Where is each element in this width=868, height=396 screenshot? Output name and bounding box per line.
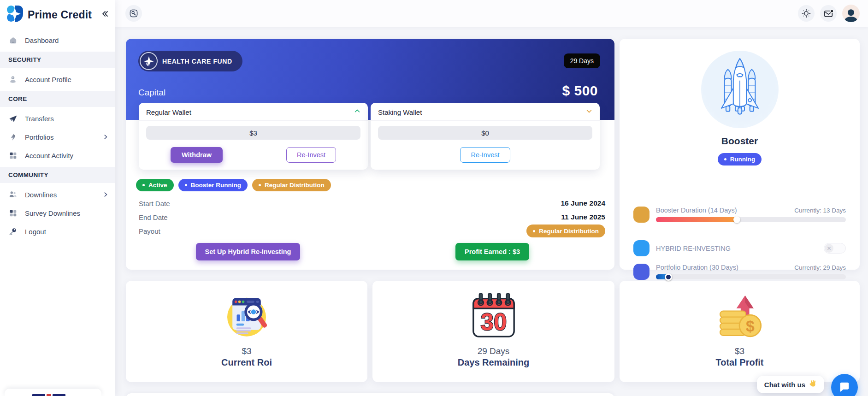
booster-avatar-icon — [633, 207, 650, 223]
status-badge-regular-distribution: Regular Distribution — [252, 179, 331, 191]
svg-text:30: 30 — [480, 309, 507, 335]
running-badge: Running — [718, 153, 762, 165]
fund-card: HEALTH CARE FUND 29 Days Capital $ 500 R… — [126, 39, 614, 270]
sidebar-item-portfolios[interactable]: Portfolios — [0, 129, 115, 145]
sidebar-item-dashboard[interactable]: Dashboard — [0, 32, 115, 48]
info-label: Start Date — [139, 200, 170, 207]
toggle-knob-icon: ✕ — [825, 244, 833, 253]
user-avatar[interactable] — [842, 5, 860, 22]
chevron-right-icon — [102, 191, 109, 198]
sidebar-item-transfers[interactable]: Transfers — [0, 111, 115, 126]
profit-icon: $ — [714, 288, 766, 343]
dot-icon — [259, 184, 261, 186]
users-icon — [8, 190, 18, 199]
booster-panel: Booster Running Booster Duration (14 Day… — [620, 39, 860, 270]
reinvest-button[interactable]: Re-Invest — [460, 147, 510, 163]
sidebar-item-label: Account Profile — [25, 76, 71, 83]
portfolio-progress-fill — [656, 274, 669, 279]
fund-name-pill: HEALTH CARE FUND — [138, 51, 242, 71]
regular-wallet-toggle[interactable]: Regular Wallet — [139, 103, 368, 121]
booster-duration-row: Booster Duration (14 Days) Currently: 13… — [633, 207, 846, 223]
bolt-icon — [8, 132, 18, 142]
sidebar: Prime Credit Dashboard SECURITY Account … — [0, 0, 115, 396]
grid-icon — [8, 151, 18, 160]
reinvest-button[interactable]: Re-Invest — [286, 147, 336, 163]
hybrid-toggle[interactable]: ✕ — [824, 243, 846, 254]
send-icon — [8, 114, 18, 123]
dot-icon — [142, 184, 145, 186]
wallet-amount: $3 — [146, 126, 360, 140]
sidebar-item-label: Logout — [25, 228, 46, 236]
key-square-button[interactable] — [125, 5, 142, 22]
row-status: Currently: 13 Days — [794, 207, 846, 214]
capital-value: $ 500 — [562, 83, 598, 99]
stat-value: $3 — [242, 346, 251, 356]
chevron-down-icon — [586, 108, 592, 116]
sidebar-item-account-profile[interactable]: Account Profile — [0, 71, 115, 87]
topbar — [115, 0, 868, 27]
dot-icon — [724, 158, 726, 160]
row-status: Currently: 29 Days — [794, 264, 846, 271]
brand: Prime Credit — [0, 0, 115, 30]
hybrid-avatar-icon — [633, 240, 650, 256]
key-icon — [8, 227, 18, 236]
progress-knob[interactable] — [733, 216, 740, 223]
waving-hand-icon — [809, 380, 817, 389]
sidebar-item-downlines[interactable]: Downlines — [0, 187, 115, 202]
info-value: 11 June 2025 — [561, 213, 605, 221]
sidebar-item-logout[interactable]: Logout — [0, 224, 115, 239]
main-content: HEALTH CARE FUND 29 Days Capital $ 500 R… — [115, 27, 868, 396]
analytics-icon — [221, 288, 272, 343]
fund-info: Start Date 16 June 2024 End Date 11 June… — [139, 197, 605, 239]
dot-icon — [533, 230, 535, 232]
sidebar-footer-widget[interactable] — [5, 389, 101, 396]
stat-label: Days Remaining — [458, 357, 530, 368]
chat-prompt[interactable]: Chat with us — [757, 376, 824, 393]
info-label: End Date — [139, 213, 168, 221]
hybrid-reinvesting-row: HYBRID RE-INVESTING ✕ — [633, 240, 846, 256]
sidebar-section-security: SECURITY — [0, 52, 115, 68]
info-value: 16 June 2024 — [561, 199, 605, 207]
svg-text:$: $ — [746, 318, 755, 335]
stat-card-days-remaining: 30 29 Days Days Remaining — [372, 281, 614, 382]
sidebar-item-label: Portfolios — [25, 133, 54, 141]
sidebar-item-survey-downlines[interactable]: Survey Downlines — [0, 205, 115, 221]
flag-icon — [32, 394, 65, 396]
setup-hybrid-button[interactable]: Set Up Hybrid Re-Investing — [196, 243, 301, 260]
info-row-end-date: End Date 11 June 2025 — [139, 211, 605, 223]
messages-button[interactable] — [820, 5, 837, 22]
regular-wallet-panel: Regular Wallet $3 Withdraw Re-Invest — [139, 103, 368, 170]
staking-wallet-toggle[interactable]: Staking Wallet — [371, 103, 600, 121]
sidebar-section-core: CORE — [0, 91, 115, 107]
stat-label: Total Profit — [715, 357, 763, 368]
sidebar-item-label: Dashboard — [25, 36, 59, 44]
sidebar-item-label: Account Activity — [25, 152, 73, 160]
info-row-payout: Payout Regular Distribution — [139, 225, 605, 237]
profit-earned-button[interactable]: Profit Earned : $3 — [455, 243, 529, 260]
wallet-name: Regular Wallet — [146, 108, 191, 116]
home-icon — [8, 35, 18, 45]
row-label: HYBRID RE-INVESTING — [656, 245, 731, 252]
brand-logo-icon — [6, 5, 24, 25]
stat-value: 29 Days — [478, 346, 510, 356]
user-icon — [8, 75, 18, 84]
sidebar-item-label: Survey Downlines — [25, 209, 80, 217]
status-badges: Active Booster Running Regular Distribut… — [136, 179, 331, 191]
sidebar-item-account-activity[interactable]: Account Activity — [0, 148, 115, 163]
brand-name: Prime Credit — [28, 9, 101, 21]
withdraw-button[interactable]: Withdraw — [171, 147, 223, 163]
stat-label: Current Roi — [221, 357, 272, 368]
row-label: Booster Duration (14 Days) — [656, 207, 737, 214]
sidebar-collapse-icon[interactable] — [101, 10, 109, 19]
days-badge: 29 Days — [564, 53, 600, 68]
info-row-start-date: Start Date 16 June 2024 — [139, 197, 605, 209]
status-badge-booster-running: Booster Running — [178, 179, 248, 191]
grid-icon — [8, 208, 18, 218]
progress-knob[interactable] — [665, 273, 672, 281]
rocket-illustration — [701, 51, 779, 128]
booster-progress-track — [656, 217, 846, 222]
theme-toggle-button[interactable] — [798, 5, 815, 22]
sidebar-section-community: COMMUNITY — [0, 167, 115, 183]
stat-value: $3 — [735, 346, 744, 356]
status-badge-active: Active — [136, 179, 174, 191]
